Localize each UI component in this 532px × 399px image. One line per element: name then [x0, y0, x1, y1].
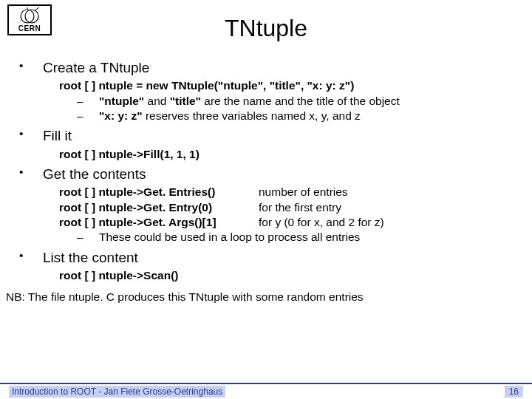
bullet-fill: • Fill it	[16, 126, 516, 145]
entry-desc: number of entries	[259, 185, 516, 200]
code-body: ntuple->Scan()	[98, 268, 178, 283]
bullet-dot: •	[16, 58, 43, 77]
code-body: ntuple = new TNtuple("ntuple", "title", …	[98, 78, 354, 93]
bullet-heading: List the content	[43, 248, 138, 267]
entry-row: root [ ] ntuple->Get. Entries() number o…	[16, 185, 516, 200]
bullet-dot: •	[16, 165, 43, 183]
sub-text: "x: y: z" reserves three variables named…	[99, 109, 361, 123]
entry-row: root [ ] ntuple->Get. Args()[1] for y (0…	[16, 215, 516, 230]
slide-content: • Create a TNtuple root [ ] ntuple = new…	[0, 58, 532, 283]
entry-cmd: root [ ] ntuple->Get. Entry(0)	[59, 200, 259, 215]
bullet-heading: Create a TNtuple	[43, 58, 149, 77]
code-prefix: root [ ]	[59, 147, 98, 162]
cern-logo: CERN	[7, 4, 52, 35]
code-prefix: root [ ]	[59, 78, 98, 93]
svg-line-3	[35, 7, 39, 10]
sub-item: – "ntuple" and "title" are the name and …	[16, 94, 516, 109]
bullet-create: • Create a TNtuple	[16, 58, 516, 77]
entry-desc: for y (0 for x, and 2 for z)	[259, 215, 516, 230]
entry-desc: for the first entry	[259, 200, 516, 215]
footer-left: Introduction to ROOT - Jan Fiete Grosse-…	[9, 386, 225, 398]
code-body: ntuple->Fill(1, 1, 1)	[98, 147, 200, 162]
sub-text: These could be used in a loop to process…	[99, 230, 360, 245]
footer-bar: Introduction to ROOT - Jan Fiete Grosse-…	[0, 383, 532, 399]
dash-icon: –	[77, 230, 99, 245]
code-fill: root [ ] ntuple->Fill(1, 1, 1)	[16, 147, 516, 162]
cern-logo-text: CERN	[9, 24, 50, 33]
sub-text: "ntuple" and "title" are the name and th…	[99, 94, 400, 109]
bullet-list: • List the content	[16, 248, 516, 267]
note-text: NB: The file ntuple. C produces this TNt…	[6, 290, 532, 304]
bullet-heading: Get the contents	[43, 165, 146, 183]
cern-logo-rings-icon	[17, 7, 42, 25]
dash-icon: –	[77, 109, 99, 123]
bullet-dot: •	[16, 248, 43, 267]
dash-icon: –	[77, 94, 99, 109]
footer-page-number: 16	[505, 386, 523, 398]
bullet-dot: •	[16, 126, 43, 145]
sub-item: – "x: y: z" reserves three variables nam…	[16, 109, 516, 123]
entry-cmd: root [ ] ntuple->Get. Entries()	[59, 185, 259, 200]
code-prefix: root [ ]	[59, 268, 98, 283]
slide-title: TNtuple	[0, 15, 532, 42]
bullet-get: • Get the contents	[16, 165, 516, 183]
code-create: root [ ] ntuple = new TNtuple("ntuple", …	[16, 78, 516, 93]
sub-item: – These could be used in a loop to proce…	[16, 230, 516, 245]
bullet-heading: Fill it	[43, 126, 72, 145]
entry-row: root [ ] ntuple->Get. Entry(0) for the f…	[16, 200, 516, 215]
code-scan: root [ ] ntuple->Scan()	[16, 268, 516, 283]
entry-cmd: root [ ] ntuple->Get. Args()[1]	[59, 215, 259, 230]
